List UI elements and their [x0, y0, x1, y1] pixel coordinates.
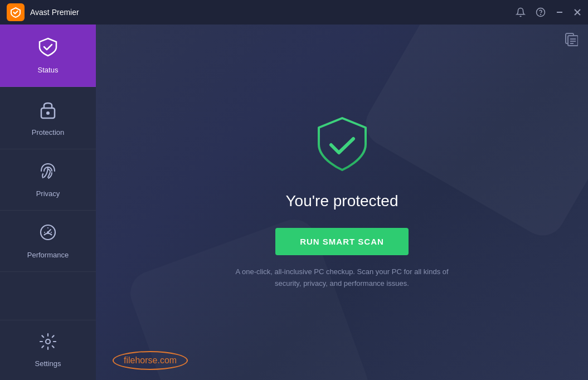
protected-status-text: You're protected	[285, 192, 398, 210]
svg-point-6	[46, 111, 50, 115]
status-shield-icon	[38, 37, 58, 61]
main-layout: Status Protection	[0, 25, 588, 380]
settings-gear-icon	[39, 333, 57, 355]
sidebar-item-protection[interactable]: Protection	[0, 87, 96, 149]
scan-description-text: A one-click, all-inclusive PC checkup. S…	[231, 266, 454, 290]
title-bar: Avast Premier	[0, 0, 588, 25]
close-button[interactable]	[574, 8, 581, 16]
app-logo	[7, 3, 25, 21]
sidebar-item-privacy-label: Privacy	[36, 189, 60, 198]
sidebar-item-privacy[interactable]: Privacy	[0, 149, 96, 211]
sidebar-item-settings-label: Settings	[35, 359, 61, 368]
help-button[interactable]	[536, 7, 546, 17]
sidebar-item-settings[interactable]: Settings	[0, 320, 96, 380]
sidebar-item-status[interactable]: Status	[0, 25, 96, 87]
sidebar-item-status-label: Status	[38, 66, 59, 74]
watermark: filehorse.com	[113, 351, 188, 370]
notification-bell-button[interactable]	[516, 7, 526, 17]
app-title: Avast Premier	[30, 8, 79, 17]
svg-point-13	[46, 339, 50, 344]
run-smart-scan-button[interactable]: RUN SMART SCAN	[275, 228, 409, 255]
minimize-button[interactable]	[556, 8, 563, 16]
sidebar-item-performance-label: Performance	[27, 251, 69, 259]
watermark-text: filehorse.com	[124, 355, 177, 365]
protection-lock-icon	[39, 99, 57, 124]
sidebar-item-protection-label: Protection	[32, 128, 65, 137]
privacy-fingerprint-icon	[38, 162, 57, 185]
sidebar-item-performance[interactable]: Performance	[0, 211, 96, 272]
sidebar-spacer	[0, 272, 96, 320]
watermark-oval: filehorse.com	[113, 351, 188, 370]
sidebar: Status Protection	[0, 25, 96, 380]
performance-gauge-icon	[38, 223, 57, 246]
window-controls	[516, 7, 581, 17]
protected-shield-icon	[314, 115, 370, 179]
svg-point-9	[47, 231, 49, 233]
license-icon-button[interactable]	[563, 32, 578, 50]
main-content: You're protected RUN SMART SCAN A one-cl…	[96, 25, 588, 380]
